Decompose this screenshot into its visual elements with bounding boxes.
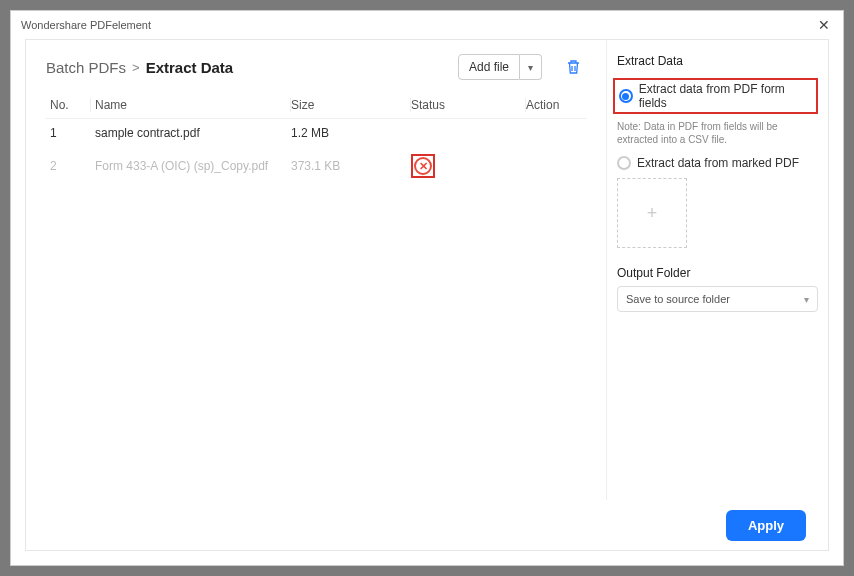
cell-no: 1 — [46, 126, 86, 140]
cell-name: Form 433-A (OIC) (sp)_Copy.pdf — [91, 159, 286, 173]
note-text: Note: Data in PDF from fields will be ex… — [617, 120, 818, 146]
trash-icon — [566, 59, 581, 75]
col-status: Status — [411, 98, 521, 112]
status-highlight: ✕ — [411, 154, 435, 178]
select-value: Save to source folder — [626, 293, 730, 305]
chevron-down-icon: ▾ — [528, 62, 533, 73]
content-frame: Batch PDFs > Extract Data Add file ▾ — [25, 39, 829, 551]
breadcrumb-current: Extract Data — [146, 59, 234, 76]
cell-name: sample contract.pdf — [91, 126, 286, 140]
error-icon[interactable]: ✕ — [414, 157, 432, 175]
delete-all-button[interactable] — [560, 54, 586, 80]
output-folder-label: Output Folder — [617, 266, 818, 280]
header-row: Batch PDFs > Extract Data Add file ▾ — [46, 54, 586, 80]
cell-no: 2 — [46, 159, 86, 173]
apply-button[interactable]: Apply — [726, 510, 806, 541]
dropzone-add[interactable]: + — [617, 178, 687, 248]
close-icon[interactable]: ✕ — [815, 17, 833, 33]
col-size: Size — [291, 98, 406, 112]
cell-size: 373.1 KB — [291, 159, 406, 173]
app-title: Wondershare PDFelement — [21, 19, 151, 31]
cell-size: 1.2 MB — [291, 126, 406, 140]
add-file-group: Add file ▾ — [458, 54, 542, 80]
option-extract-form-fields[interactable]: Extract data from PDF form fields — [613, 78, 818, 114]
table-body: 1sample contract.pdf1.2 MB2Form 433-A (O… — [46, 119, 586, 185]
table-row[interactable]: 2Form 433-A (OIC) (sp)_Copy.pdf373.1 KB✕ — [46, 147, 586, 185]
option-label: Extract data from marked PDF — [637, 156, 799, 170]
col-name: Name — [91, 98, 286, 112]
breadcrumb: Batch PDFs > Extract Data — [46, 59, 233, 76]
radio-icon — [617, 156, 631, 170]
titlebar: Wondershare PDFelement ✕ — [11, 11, 843, 39]
output-folder-select[interactable]: Save to source folder ▾ — [617, 286, 818, 312]
table-row[interactable]: 1sample contract.pdf1.2 MB — [46, 119, 586, 147]
add-file-dropdown[interactable]: ▾ — [520, 54, 542, 80]
footer: Apply — [26, 500, 828, 550]
right-pane: Extract Data Extract data from PDF form … — [606, 40, 828, 500]
col-action: Action — [526, 98, 586, 112]
plus-icon: + — [647, 203, 658, 224]
left-pane: Batch PDFs > Extract Data Add file ▾ — [26, 40, 606, 500]
col-no: No. — [46, 98, 86, 112]
add-file-button[interactable]: Add file — [458, 54, 520, 80]
breadcrumb-root[interactable]: Batch PDFs — [46, 59, 126, 76]
cell-status: ✕ — [411, 154, 521, 178]
radio-icon — [619, 89, 633, 103]
breadcrumb-sep: > — [132, 60, 140, 75]
app-window: Wondershare PDFelement ✕ Batch PDFs > Ex… — [10, 10, 844, 566]
panel-title: Extract Data — [617, 54, 818, 68]
option-extract-marked[interactable]: Extract data from marked PDF — [617, 156, 818, 170]
table-header: No. Name Size Status Action — [46, 92, 586, 119]
option-label: Extract data from PDF form fields — [639, 82, 812, 110]
chevron-down-icon: ▾ — [804, 294, 809, 305]
